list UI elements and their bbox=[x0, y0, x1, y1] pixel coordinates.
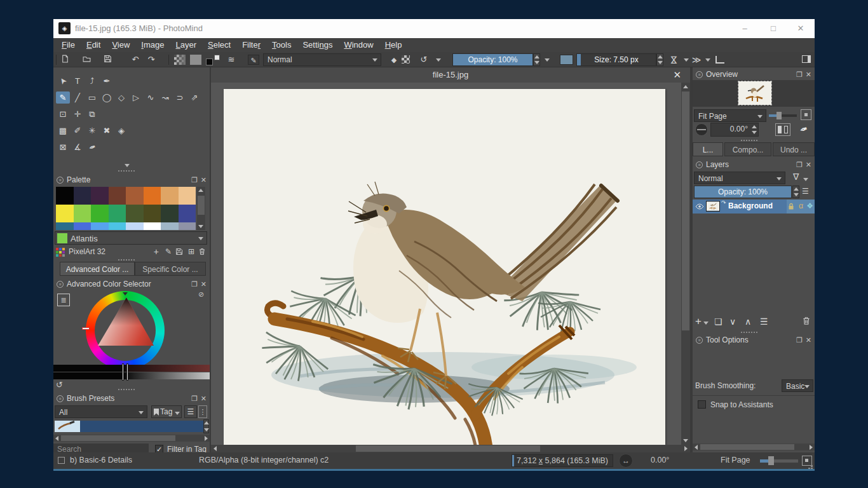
chevron-down-icon[interactable] bbox=[703, 322, 709, 325]
duplicate-layer-button[interactable]: ❏ bbox=[714, 316, 722, 327]
palette-swatch[interactable] bbox=[144, 222, 161, 230]
bezier-curve-tool[interactable]: ∿ bbox=[144, 92, 158, 104]
fill-tool[interactable]: ◈ bbox=[114, 125, 128, 137]
canvas-vertical-scrollbar[interactable] bbox=[681, 83, 690, 445]
document-tab[interactable]: file-15.jpg ✕ bbox=[211, 67, 690, 83]
delete-swatch-button[interactable] bbox=[198, 248, 206, 257]
preset-filter-dropdown[interactable]: All bbox=[55, 405, 147, 418]
foreground-background-colors[interactable] bbox=[206, 55, 220, 65]
palette-scrollbar[interactable] bbox=[197, 187, 205, 230]
layer-properties-button[interactable]: ☰ bbox=[760, 316, 768, 327]
docker-menu-icon[interactable]: ≡ bbox=[57, 177, 64, 184]
move-layer-up-button[interactable]: ∧ bbox=[745, 316, 751, 327]
palette-swatch[interactable] bbox=[126, 222, 144, 230]
float-panel-icon[interactable]: ❐ bbox=[796, 71, 803, 78]
palette-swatch[interactable] bbox=[179, 187, 196, 205]
scroll-right-icon[interactable] bbox=[810, 445, 813, 450]
freehand-brush-tool[interactable]: ✎ bbox=[56, 92, 70, 104]
layer-visibility-eye-icon[interactable] bbox=[695, 203, 704, 210]
drag-handle[interactable] bbox=[118, 389, 135, 391]
palette-swatch[interactable] bbox=[144, 187, 161, 205]
pattern-chooser[interactable] bbox=[190, 55, 201, 65]
palette-swatch[interactable] bbox=[74, 222, 92, 230]
reference-images-tool[interactable]: ⊠ bbox=[56, 141, 70, 153]
palette-swatch[interactable] bbox=[74, 187, 92, 205]
layer-alpha-icon[interactable]: α bbox=[799, 201, 803, 210]
scrollbar-thumb[interactable] bbox=[198, 196, 205, 215]
palette-swatch[interactable] bbox=[91, 187, 109, 205]
scroll-left-icon[interactable] bbox=[55, 436, 58, 441]
snap-to-assistants-checkbox[interactable] bbox=[698, 400, 706, 409]
eraser-mode-button[interactable]: ◆ bbox=[390, 55, 398, 65]
palette-swatch[interactable] bbox=[91, 205, 109, 222]
palette-swatch[interactable] bbox=[56, 205, 74, 222]
rectangle-tool[interactable]: ▭ bbox=[85, 92, 99, 104]
palette-swatch[interactable] bbox=[109, 187, 126, 205]
calligraphy-tool[interactable]: ✒ bbox=[100, 75, 114, 87]
slider-handle[interactable] bbox=[768, 456, 774, 465]
canvas-horizontal-scrollbar[interactable] bbox=[211, 445, 690, 452]
assistants-tool[interactable]: ✒ bbox=[83, 139, 100, 155]
brush-preset-chip[interactable]: ✎ bbox=[248, 55, 259, 65]
close-panel-icon[interactable]: ✕ bbox=[201, 176, 207, 184]
multibrush-tool[interactable]: ⇗ bbox=[187, 92, 201, 104]
similar-selection-tool[interactable]: ✖ bbox=[100, 125, 114, 137]
add-swatch-button[interactable]: + bbox=[154, 247, 159, 257]
tab-undo-history[interactable]: Undo ... bbox=[773, 142, 815, 156]
layer-color-label-icon[interactable]: ❖ bbox=[806, 201, 813, 210]
rotation-spinner[interactable] bbox=[750, 124, 757, 135]
menu-filter[interactable]: Filter bbox=[236, 38, 266, 52]
dynamic-brush-tool[interactable]: ⊃ bbox=[173, 92, 187, 104]
close-document-icon[interactable]: ✕ bbox=[673, 67, 681, 83]
minimize-button[interactable]: – bbox=[732, 19, 757, 38]
save-palette-button[interactable] bbox=[175, 248, 183, 257]
brush-preset-row[interactable] bbox=[55, 421, 203, 432]
acs-settings-icon[interactable]: ≣ bbox=[57, 294, 70, 306]
layer-options-menu-icon[interactable]: ☰ bbox=[802, 187, 809, 196]
mirror-view-button[interactable] bbox=[775, 123, 790, 136]
menu-settings[interactable]: Settings bbox=[297, 38, 338, 52]
palette-swatch[interactable] bbox=[126, 187, 144, 205]
layer-thumbnail[interactable] bbox=[707, 201, 719, 211]
menu-file[interactable]: File bbox=[56, 38, 81, 52]
scroll-down-icon[interactable] bbox=[198, 225, 203, 228]
menu-window[interactable]: Window bbox=[338, 38, 379, 52]
overview-zoom-slider[interactable] bbox=[769, 114, 797, 117]
edit-palette-button[interactable]: ✎ bbox=[165, 247, 172, 256]
palette-swatch[interactable] bbox=[144, 205, 161, 222]
docker-menu-icon[interactable]: ≡ bbox=[696, 71, 703, 78]
brush-preset-status-icon[interactable] bbox=[58, 457, 65, 464]
scrollbar-thumb[interactable] bbox=[356, 445, 540, 452]
chevron-down-icon[interactable] bbox=[545, 58, 550, 62]
rotation-angle-value[interactable]: 0.00° bbox=[730, 125, 748, 133]
scroll-left-icon[interactable] bbox=[695, 445, 698, 450]
palette-swatch[interactable] bbox=[56, 222, 74, 230]
brush-preset-thumbnail[interactable] bbox=[55, 421, 80, 432]
redo-button[interactable]: ↷ bbox=[146, 55, 156, 65]
brush-size-slider[interactable]: Size: 7.50 px bbox=[576, 53, 656, 66]
chevron-down-icon[interactable] bbox=[803, 178, 808, 181]
layer-lock-icon[interactable] bbox=[788, 203, 794, 210]
overview-thumbnail[interactable] bbox=[738, 81, 771, 105]
mirror-vertical-icon[interactable]: ≫ bbox=[691, 55, 702, 65]
new-document-button[interactable] bbox=[60, 55, 70, 65]
scroll-right-icon[interactable] bbox=[684, 446, 688, 451]
status-angle-value[interactable]: 0.00° bbox=[651, 456, 669, 464]
layer-name[interactable]: Background bbox=[728, 201, 773, 210]
menu-image[interactable]: Image bbox=[135, 38, 170, 52]
status-zoom-slider[interactable] bbox=[760, 459, 798, 463]
palette-color-name-dropdown[interactable]: Atlantis bbox=[55, 231, 207, 245]
preset-list-view-button[interactable]: ☰ bbox=[184, 405, 197, 418]
tab-compositions[interactable]: Compo... bbox=[724, 142, 771, 156]
float-panel-icon[interactable]: ❐ bbox=[191, 280, 198, 288]
color-sampler-tool[interactable]: ✐ bbox=[71, 125, 85, 137]
pin-docker-icon[interactable]: ✒ bbox=[797, 122, 809, 135]
scroll-up-icon[interactable] bbox=[198, 189, 203, 192]
palette-swatch[interactable] bbox=[161, 222, 179, 230]
canvas-page[interactable] bbox=[224, 89, 665, 445]
menu-help[interactable]: Help bbox=[379, 38, 408, 52]
text-tool[interactable]: T bbox=[71, 75, 85, 87]
float-panel-icon[interactable]: ❐ bbox=[796, 336, 803, 344]
refresh-color-history-icon[interactable]: ↺ bbox=[56, 381, 63, 389]
brush-editor-button[interactable]: ≋ bbox=[226, 55, 237, 65]
